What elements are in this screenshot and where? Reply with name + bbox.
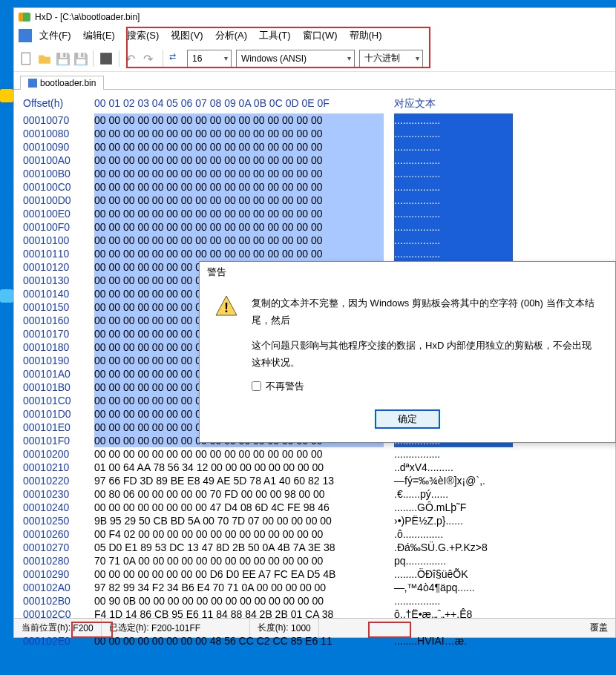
hex-row[interactable]: 0001022097 66 FD 3D 89 BE E8 49 AE 5D 78…: [23, 474, 606, 487]
bytes-cell[interactable]: 00 00 00 00 00 00 00 00 00 00 00 00 00 0…: [94, 447, 384, 461]
disk-icon[interactable]: [99, 52, 113, 65]
ascii-cell[interactable]: ................: [394, 140, 513, 154]
ascii-cell[interactable]: ................: [394, 167, 513, 180]
hex-row[interactable]: 000100F000 00 00 00 00 00 00 00 00 00 00…: [23, 220, 606, 234]
hex-row[interactable]: 000100C000 00 00 00 00 00 00 00 00 00 00…: [23, 180, 606, 194]
ascii-cell[interactable]: ................: [394, 154, 513, 167]
ascii-header: 对应文本: [394, 97, 513, 111]
menu-search[interactable]: 搜索(S): [122, 27, 163, 44]
ascii-cell[interactable]: —fý=‰¾èI®]x¡@`,.: [394, 474, 513, 487]
ascii-cell[interactable]: ..dªxV4.........: [394, 461, 513, 474]
new-icon[interactable]: [20, 52, 33, 65]
dialog-title[interactable]: 警告: [200, 262, 615, 283]
hex-row[interactable]: 0001011000 00 00 00 00 00 00 00 00 00 00…: [23, 247, 606, 260]
svg-rect-1: [100, 53, 112, 65]
bytes-cell[interactable]: 00 00 00 00 00 00 00 00 00 00 00 00 00 0…: [94, 247, 384, 260]
ascii-cell[interactable]: ................: [394, 180, 513, 194]
bytes-cell[interactable]: 00 90 0B 00 00 00 00 00 00 00 00 00 00 0…: [94, 594, 384, 608]
bytes-cell[interactable]: 00 00 00 00 00 00 00 00 00 00 00 00 00 0…: [94, 220, 384, 234]
bytes-cell[interactable]: 00 00 00 00 00 00 00 00 00 00 00 00 00 0…: [94, 113, 384, 127]
hex-row[interactable]: 000102509B 95 29 50 CB BD 5A 00 70 7D 07…: [23, 514, 606, 527]
hex-row[interactable]: 0001007000 00 00 00 00 00 00 00 00 00 00…: [23, 113, 606, 127]
bytes-per-row-combo[interactable]: 16: [187, 50, 232, 68]
hex-row[interactable]: 0001029000 00 00 00 00 00 00 00 D6 D0 EE…: [23, 567, 606, 581]
hex-row[interactable]: 000102A097 82 99 34 F2 34 B6 E4 70 71 0A…: [23, 581, 606, 594]
hex-row[interactable]: 0001009000 00 00 00 00 00 00 00 00 00 00…: [23, 140, 606, 154]
hex-row[interactable]: 0001023000 80 06 00 00 00 00 00 70 FD 00…: [23, 487, 606, 501]
tab-bootloader[interactable]: bootloader.bin: [20, 76, 104, 90]
number-base-combo[interactable]: 十六进制: [359, 50, 423, 68]
hex-row[interactable]: 000102B000 90 0B 00 00 00 00 00 00 00 00…: [23, 594, 606, 608]
ascii-cell[interactable]: ................: [394, 207, 513, 220]
ascii-cell[interactable]: .ô..............: [394, 527, 513, 541]
offset-cell: 000102A0: [23, 581, 84, 594]
ascii-cell[interactable]: ........ÖÐî§üêÕK: [394, 567, 513, 581]
bytes-cell[interactable]: 05 D0 E1 89 53 DC 13 47 8D 2B 50 0A 4B 7…: [94, 541, 384, 554]
no-warn-checkbox[interactable]: 不再警告: [252, 378, 600, 395]
hex-row[interactable]: 000100E000 00 00 00 00 00 00 00 00 00 00…: [23, 207, 606, 220]
bytes-cell[interactable]: 00 00 00 00 00 00 00 00 00 00 00 00 00 0…: [94, 180, 384, 194]
bytes-cell[interactable]: 01 00 64 AA 78 56 34 12 00 00 00 00 00 0…: [94, 461, 384, 474]
bytes-cell[interactable]: 70 71 0A 00 00 00 00 00 00 00 00 00 00 0…: [94, 554, 384, 567]
save-icon[interactable]: 💾: [56, 52, 69, 65]
ascii-cell[interactable]: ................: [394, 447, 513, 461]
hex-row[interactable]: 000100D000 00 00 00 00 00 00 00 00 00 00…: [23, 194, 606, 207]
menu-edit[interactable]: 编辑(E): [79, 27, 119, 44]
offset-header: Offset(h): [23, 97, 84, 111]
toolbar: 💾 💾 ↶ ↷ ⇄ 16 Windows (ANSI) 十六进制: [14, 45, 615, 72]
ok-button[interactable]: 确定: [375, 409, 440, 429]
bytes-cell[interactable]: 00 80 06 00 00 00 00 00 70 FD 00 00 00 9…: [94, 487, 384, 501]
no-warn-input[interactable]: [252, 381, 261, 391]
encoding-combo[interactable]: Windows (ANSI): [236, 50, 355, 68]
ascii-cell[interactable]: .Ðá‰SÜ.G.+P.Kz>8: [394, 541, 513, 554]
bytes-cell[interactable]: 00 00 00 00 00 00 00 00 00 00 00 00 00 0…: [94, 140, 384, 154]
ascii-cell[interactable]: ........GÔ.mLþ˜F: [394, 501, 513, 514]
ascii-cell[interactable]: ................: [394, 194, 513, 207]
bytes-cell[interactable]: 00 00 00 00 00 00 00 00 00 00 00 00 00 0…: [94, 127, 384, 140]
bytes-cell[interactable]: 00 00 00 00 00 00 00 00 00 00 00 00 00 0…: [94, 154, 384, 167]
menu-view[interactable]: 视图(V): [166, 27, 207, 44]
dialog-line1: 复制的文本并不完整，因为 Windows 剪贴板会将其中的空字符 (00h) 当…: [252, 294, 600, 329]
title-bar[interactable]: HxD - [C:\a\bootloader.bin]: [14, 8, 615, 26]
hex-row[interactable]: 000100A000 00 00 00 00 00 00 00 00 00 00…: [23, 154, 606, 167]
hex-row[interactable]: 0001020000 00 00 00 00 00 00 00 00 00 00…: [23, 447, 606, 461]
save-all-icon[interactable]: 💾: [73, 52, 87, 65]
ascii-cell[interactable]: —‚™4ò4¶äpq......: [394, 581, 513, 594]
ascii-cell[interactable]: ›•)PË½Z.p}......: [394, 514, 513, 527]
hex-row[interactable]: 0001010000 00 00 00 00 00 00 00 00 00 00…: [23, 234, 606, 247]
bytes-cell[interactable]: 00 00 00 00 00 00 00 00 00 00 00 00 00 0…: [94, 167, 384, 180]
hex-row[interactable]: 0001024000 00 00 00 00 00 00 00 47 D4 08…: [23, 501, 606, 514]
hex-row[interactable]: 000100B000 00 00 00 00 00 00 00 00 00 00…: [23, 167, 606, 180]
undo-icon[interactable]: ↶: [125, 52, 139, 65]
bytes-cell[interactable]: 97 66 FD 3D 89 BE E8 49 AE 5D 78 A1 40 6…: [94, 474, 384, 487]
ascii-cell[interactable]: ................: [394, 127, 513, 140]
menu-analyze[interactable]: 分析(A): [211, 27, 252, 44]
bytes-cell[interactable]: 00 00 00 00 00 00 00 00 00 00 00 00 00 0…: [94, 194, 384, 207]
hex-row[interactable]: 0001026000 F4 02 00 00 00 00 00 00 00 00…: [23, 527, 606, 541]
bytes-cell[interactable]: 00 00 00 00 00 00 00 00 00 00 00 00 00 0…: [94, 207, 384, 220]
ascii-cell[interactable]: .€......pý......: [394, 487, 513, 501]
menu-tools[interactable]: 工具(T): [255, 27, 295, 44]
hex-row[interactable]: 0001021001 00 64 AA 78 56 34 12 00 00 00…: [23, 461, 606, 474]
open-icon[interactable]: [38, 52, 51, 65]
bytes-cell[interactable]: 9B 95 29 50 CB BD 5A 00 70 7D 07 00 00 0…: [94, 514, 384, 527]
menu-help[interactable]: 帮助(H): [345, 27, 387, 44]
hex-row[interactable]: 0001028070 71 0A 00 00 00 00 00 00 00 00…: [23, 554, 606, 567]
ascii-cell[interactable]: ................: [394, 220, 513, 234]
bytes-cell[interactable]: 00 F4 02 00 00 00 00 00 00 00 00 00 00 0…: [94, 527, 384, 541]
bytes-cell[interactable]: 00 00 00 00 00 00 00 00 D6 D0 EE A7 FC E…: [94, 567, 384, 581]
ascii-cell[interactable]: ................: [394, 234, 513, 247]
bytes-cell[interactable]: 00 00 00 00 00 00 00 00 47 D4 08 6D 4C F…: [94, 501, 384, 514]
bytes-cell[interactable]: 97 82 99 34 F2 34 B6 E4 70 71 0A 00 00 0…: [94, 581, 384, 594]
hex-row[interactable]: 0001008000 00 00 00 00 00 00 00 00 00 00…: [23, 127, 606, 140]
hex-row[interactable]: 0001027005 D0 E1 89 53 DC 13 47 8D 2B 50…: [23, 541, 606, 554]
ascii-cell[interactable]: pq..............: [394, 554, 513, 567]
menu-file[interactable]: 文件(F): [35, 27, 76, 44]
menu-window[interactable]: 窗口(W): [298, 27, 342, 44]
ascii-cell[interactable]: ................: [394, 247, 513, 260]
offset-cell: 000101E0: [23, 421, 84, 434]
ascii-cell[interactable]: ................: [394, 594, 513, 608]
ascii-cell[interactable]: ................: [394, 113, 513, 127]
bytes-cell[interactable]: 00 00 00 00 00 00 00 00 00 00 00 00 00 0…: [94, 234, 384, 247]
redo-icon[interactable]: ↷: [143, 52, 157, 65]
